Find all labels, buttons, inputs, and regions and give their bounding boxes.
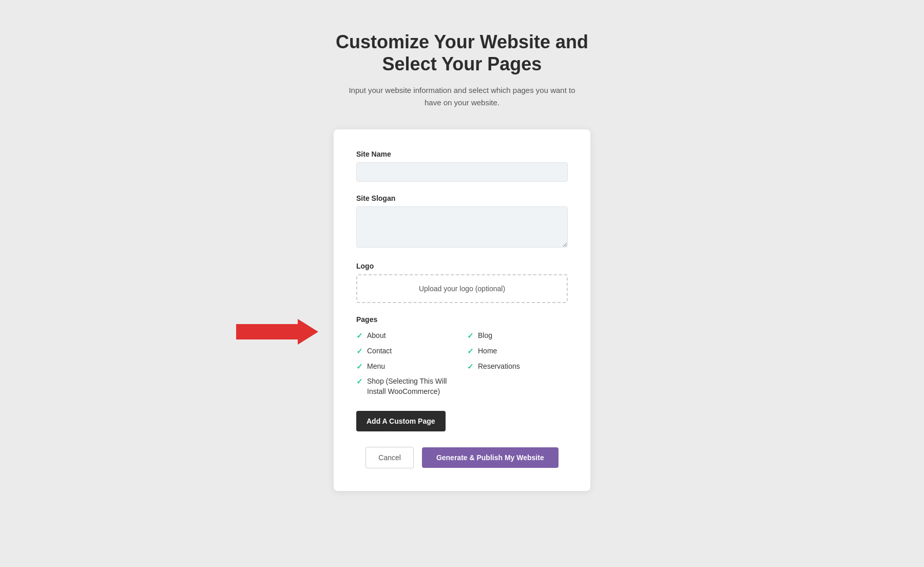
checkmark-menu: ✓ bbox=[356, 362, 363, 372]
form-card: Site Name Site Slogan Logo Upload your l… bbox=[334, 129, 590, 491]
site-name-input[interactable] bbox=[356, 162, 568, 182]
site-slogan-input[interactable] bbox=[356, 206, 568, 248]
page-header: Customize Your Website and Select Your P… bbox=[336, 31, 588, 109]
site-name-label: Site Name bbox=[356, 150, 568, 158]
logo-label: Logo bbox=[356, 262, 568, 270]
checkmark-shop: ✓ bbox=[356, 376, 363, 387]
svg-marker-0 bbox=[236, 319, 318, 345]
add-custom-page-wrapper: Add A Custom Page bbox=[356, 411, 568, 447]
pages-grid: ✓ About ✓ Blog ✓ Contact ✓ Home ✓ bbox=[356, 331, 568, 396]
page-label-shop: Shop (Selecting This Will Install WooCom… bbox=[367, 376, 457, 396]
page-item-about[interactable]: ✓ About bbox=[356, 331, 457, 341]
page-label-reservations: Reservations bbox=[478, 362, 520, 372]
page-item-shop[interactable]: ✓ Shop (Selecting This Will Install WooC… bbox=[356, 376, 457, 396]
checkmark-reservations: ✓ bbox=[467, 362, 474, 372]
site-name-field: Site Name bbox=[356, 150, 568, 182]
checkmark-contact: ✓ bbox=[356, 346, 363, 356]
form-footer: Cancel Generate & Publish My Website bbox=[356, 447, 568, 468]
logo-upload-text: Upload your logo (optional) bbox=[419, 285, 505, 293]
page-subtitle: Input your website information and selec… bbox=[344, 84, 580, 109]
card-wrapper: Site Name Site Slogan Logo Upload your l… bbox=[334, 129, 590, 491]
page-item-contact[interactable]: ✓ Contact bbox=[356, 346, 457, 356]
page-label-blog: Blog bbox=[478, 331, 492, 341]
site-slogan-label: Site Slogan bbox=[356, 194, 568, 202]
checkmark-home: ✓ bbox=[467, 346, 474, 356]
logo-field: Logo Upload your logo (optional) bbox=[356, 262, 568, 303]
page-item-home[interactable]: ✓ Home bbox=[467, 346, 568, 356]
page-item-menu[interactable]: ✓ Menu bbox=[356, 362, 457, 372]
page-item-blog[interactable]: ✓ Blog bbox=[467, 331, 568, 341]
page-title: Customize Your Website and Select Your P… bbox=[336, 31, 588, 75]
pages-label: Pages bbox=[356, 315, 568, 324]
cancel-button[interactable]: Cancel bbox=[365, 447, 414, 468]
publish-button[interactable]: Generate & Publish My Website bbox=[422, 447, 559, 468]
page-label-home: Home bbox=[478, 346, 497, 356]
page-label-about: About bbox=[367, 331, 386, 341]
checkmark-about: ✓ bbox=[356, 331, 363, 341]
arrow-indicator bbox=[236, 319, 318, 345]
add-custom-page-button[interactable]: Add A Custom Page bbox=[356, 411, 446, 431]
page-item-reservations[interactable]: ✓ Reservations bbox=[467, 362, 568, 372]
checkmark-blog: ✓ bbox=[467, 331, 474, 341]
pages-section: Pages ✓ About ✓ Blog ✓ Contact ✓ bbox=[356, 315, 568, 396]
page-label-menu: Menu bbox=[367, 362, 385, 372]
page-label-contact: Contact bbox=[367, 346, 392, 356]
logo-upload-area[interactable]: Upload your logo (optional) bbox=[356, 274, 568, 303]
site-slogan-field: Site Slogan bbox=[356, 194, 568, 250]
